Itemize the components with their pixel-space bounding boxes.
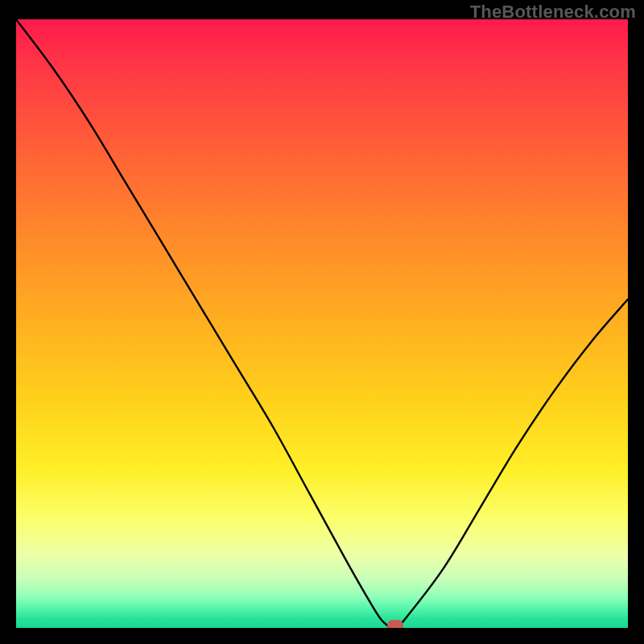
chart-frame: TheBottleneck.com <box>0 0 644 644</box>
watermark-text: TheBottleneck.com <box>470 2 636 23</box>
bottleneck-curve <box>16 19 628 628</box>
curve-path <box>16 19 628 628</box>
marker-dot <box>387 620 403 628</box>
plot-area <box>16 19 628 628</box>
